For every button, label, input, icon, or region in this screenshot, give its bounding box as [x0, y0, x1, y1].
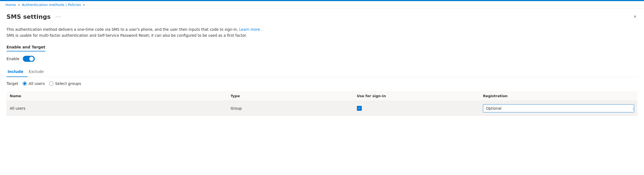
- tab-exclude[interactable]: Exclude: [28, 67, 48, 77]
- enable-row: Enable: [7, 56, 637, 62]
- description-text-after: .: [261, 27, 262, 32]
- description-line2: SMS is usable for multi-factor authentic…: [7, 33, 637, 39]
- table-header: Name Type Use for sign-in Registration: [7, 91, 637, 101]
- page-container: SMS settings ··· × This authentication m…: [0, 9, 644, 120]
- radio-select-groups-input[interactable]: [49, 81, 54, 86]
- enable-toggle[interactable]: [23, 56, 35, 62]
- table-row: All users Group Optional Required Disabl…: [7, 101, 637, 116]
- tab-include[interactable]: Include: [7, 67, 28, 77]
- page-title: SMS settings: [7, 13, 51, 20]
- registration-dropdown[interactable]: Optional Required Disabled: [483, 104, 634, 112]
- enable-label: Enable: [7, 57, 20, 61]
- signin-checkbox-checked: [357, 106, 362, 111]
- description-text-before: This authentication method delivers a on…: [7, 27, 239, 32]
- cell-registration: Optional Required Disabled ⌄: [480, 101, 637, 116]
- radio-all-users-input[interactable]: [23, 81, 27, 86]
- radio-all-users[interactable]: All users: [23, 81, 45, 86]
- signin-checkbox-cell: [357, 106, 477, 111]
- toggle-slider: [23, 56, 35, 62]
- close-button[interactable]: ×: [632, 13, 637, 20]
- breadcrumb: Home > Authentication methods | Policies…: [0, 1, 644, 9]
- col-header-registration: Registration: [480, 91, 637, 101]
- table-body: All users Group Optional Required Disabl…: [7, 101, 637, 116]
- radio-all-users-label: All users: [29, 81, 45, 86]
- cell-signin: [354, 101, 480, 116]
- cell-type: Group: [227, 101, 354, 116]
- breadcrumb-sep-2: >: [83, 3, 85, 7]
- description-section: This authentication method delivers a on…: [7, 27, 637, 38]
- breadcrumb-policies[interactable]: Authentication methods | Policies: [22, 3, 81, 7]
- col-header-type: Type: [227, 91, 354, 101]
- radio-select-groups[interactable]: Select groups: [49, 81, 81, 86]
- col-header-name: Name: [7, 91, 227, 101]
- target-label: Target: [7, 81, 18, 86]
- target-row: Target All users Select groups: [7, 81, 637, 86]
- learn-more-link[interactable]: Learn more: [239, 27, 260, 32]
- description-line1: This authentication method delivers a on…: [7, 27, 637, 33]
- enable-target-section: Enable and Target Enable Include Exclude…: [7, 45, 637, 116]
- radio-select-groups-label: Select groups: [55, 81, 81, 86]
- page-header: SMS settings ··· ×: [7, 13, 637, 20]
- ellipsis-button[interactable]: ···: [54, 13, 63, 20]
- breadcrumb-sep-1: >: [17, 3, 20, 7]
- breadcrumb-home[interactable]: Home: [5, 3, 16, 7]
- users-table: Name Type Use for sign-in Registration A…: [7, 91, 637, 116]
- tabs-row: Include Exclude: [7, 67, 637, 77]
- section-title: Enable and Target: [7, 45, 45, 51]
- page-title-row: SMS settings ···: [7, 13, 63, 20]
- cell-name: All users: [7, 101, 227, 116]
- col-header-signin: Use for sign-in: [354, 91, 480, 101]
- table-header-row: Name Type Use for sign-in Registration: [7, 91, 637, 101]
